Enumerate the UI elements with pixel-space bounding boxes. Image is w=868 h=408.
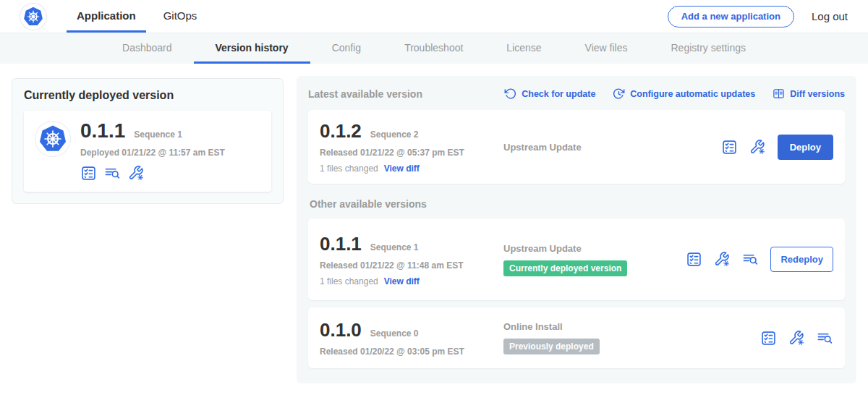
- tab-license[interactable]: License: [485, 33, 563, 64]
- check-for-update-label: Check for update: [522, 89, 595, 99]
- view-diff-link[interactable]: View diff: [384, 163, 420, 174]
- app-icon: [35, 122, 70, 156]
- header-right: Add a new application Log out: [668, 0, 848, 33]
- deploy-logs-icon[interactable]: [817, 330, 833, 347]
- currently-deployed-card: Currently deployed version 0.1.1 Sequenc…: [12, 78, 284, 204]
- add-application-button[interactable]: Add a new application: [668, 6, 794, 27]
- header-tabs: Application GitOps: [67, 0, 214, 33]
- tab-gitops[interactable]: GitOps: [153, 0, 208, 33]
- released-timestamp: Released 01/21/22 @ 11:48 am EST: [320, 260, 503, 271]
- diff-versions-label: Diff versions: [790, 89, 845, 99]
- main-content: Currently deployed version 0.1.1 Sequenc…: [0, 64, 868, 408]
- edit-config-icon[interactable]: [714, 251, 731, 268]
- check-for-update-button[interactable]: Check for update: [504, 88, 595, 100]
- tab-dashboard[interactable]: Dashboard: [101, 33, 194, 64]
- tab-version-history[interactable]: Version history: [194, 33, 310, 64]
- tab-application[interactable]: Application: [67, 0, 146, 33]
- deployed-version-card: 0.1.1 Sequence 1 Deployed 01/21/22 @ 11:…: [24, 111, 271, 192]
- files-changed-label: 1 files changed: [320, 163, 378, 174]
- version-number: 0.1.2: [320, 120, 362, 143]
- kubernetes-logo: [20, 4, 46, 30]
- configure-automatic-updates-button[interactable]: Configure automatic updates: [613, 88, 755, 100]
- currently-deployed-badge: Currently deployed version: [503, 260, 627, 276]
- logout-button[interactable]: Log out: [812, 10, 848, 22]
- diff-versions-button[interactable]: Diff versions: [773, 88, 845, 100]
- deployed-sequence-label: Sequence 1: [134, 129, 182, 140]
- tab-config[interactable]: Config: [310, 33, 383, 64]
- refresh-icon: [504, 88, 516, 100]
- deploy-logs-icon[interactable]: [104, 165, 121, 182]
- previously-deployed-badge: Previously deployed: [503, 339, 600, 354]
- sequence-label: Sequence 1: [370, 242, 419, 252]
- released-timestamp: Released 01/21/22 @ 05:37 pm EST: [320, 148, 503, 158]
- schedule-icon: [613, 88, 625, 100]
- edit-config-icon[interactable]: [128, 165, 145, 182]
- sequence-label: Sequence 2: [370, 129, 419, 140]
- released-timestamp: Released 01/20/22 @ 03:05 pm EST: [320, 347, 503, 357]
- deployed-timestamp: Deployed 01/21/22 @ 11:57 am EST: [80, 148, 225, 158]
- tab-view-files[interactable]: View files: [563, 33, 650, 64]
- preflight-checks-icon[interactable]: [686, 251, 702, 268]
- app-subnav: Dashboard Version history Config Trouble…: [0, 33, 868, 64]
- app-header: Application GitOps Add a new application…: [0, 0, 868, 33]
- deployed-version-number: 0.1.1: [80, 119, 125, 143]
- version-history-panel: Latest available version Check for updat…: [297, 76, 856, 383]
- other-versions-title: Other available versions: [310, 198, 845, 210]
- edit-config-icon[interactable]: [749, 139, 766, 156]
- version-number: 0.1.0: [320, 319, 362, 341]
- redeploy-button[interactable]: Redeploy: [770, 247, 833, 272]
- sequence-label: Sequence 0: [370, 328, 419, 339]
- currently-deployed-title: Currently deployed version: [24, 89, 271, 102]
- deploy-button[interactable]: Deploy: [778, 135, 833, 160]
- preflight-checks-icon[interactable]: [760, 330, 777, 347]
- tab-troubleshoot[interactable]: Troubleshoot: [383, 33, 485, 64]
- diff-icon: [773, 88, 785, 100]
- view-diff-link[interactable]: View diff: [384, 276, 420, 286]
- preflight-checks-icon[interactable]: [721, 139, 738, 156]
- files-changed-label: 1 files changed: [320, 276, 378, 286]
- configure-automatic-updates-label: Configure automatic updates: [630, 89, 755, 99]
- version-source: Online Install: [503, 321, 760, 332]
- preflight-checks-icon[interactable]: [80, 165, 97, 182]
- version-source: Upstream Update: [503, 142, 721, 153]
- version-row-012: 0.1.2 Sequence 2 Released 01/21/22 @ 05:…: [308, 110, 845, 184]
- latest-available-title: Latest available version: [308, 88, 422, 100]
- edit-config-icon[interactable]: [788, 330, 805, 347]
- version-row-011: 0.1.1 Sequence 1 Released 01/21/22 @ 11:…: [308, 218, 845, 300]
- version-row-010: 0.1.0 Sequence 0 Released 01/20/22 @ 03:…: [308, 307, 845, 368]
- deploy-logs-icon[interactable]: [742, 251, 759, 268]
- version-source: Upstream Update: [503, 243, 686, 254]
- tab-registry-settings[interactable]: Registry settings: [650, 33, 767, 64]
- version-number: 0.1.1: [320, 233, 362, 255]
